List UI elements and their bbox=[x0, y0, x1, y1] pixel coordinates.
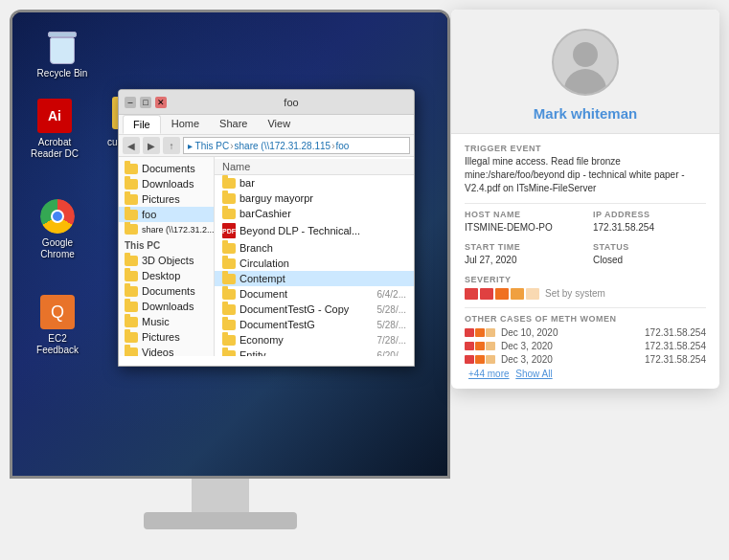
sidebar-item-videos[interactable]: Videos bbox=[119, 345, 214, 356]
file-explorer-body: Documents Downloads Pictures foo bbox=[119, 157, 414, 356]
folder-icon bbox=[125, 271, 138, 281]
address-bar[interactable]: ▸ This PC › share (\\172.31.28.115 › foo bbox=[183, 137, 410, 154]
ec2-label: EC2 Feedback bbox=[36, 333, 79, 356]
case-bar-o3 bbox=[475, 355, 485, 364]
file-item-branch[interactable]: Branch bbox=[215, 240, 414, 256]
file-name-barguy: barguy mayorpr bbox=[239, 192, 406, 204]
file-item-doctestg-copy[interactable]: DocumentTestG - Copy 5/28/... bbox=[215, 302, 414, 317]
avatar-wrap bbox=[554, 29, 617, 96]
folder-icon-branch bbox=[222, 243, 236, 254]
sidebar-item-foo[interactable]: foo bbox=[119, 207, 214, 222]
tab-view[interactable]: View bbox=[258, 115, 300, 134]
profile-card-body: TRIGGER EVENT Illegal mine access. Read … bbox=[451, 134, 719, 389]
status-col: STATUS Closed bbox=[593, 242, 706, 267]
file-item-circulation[interactable]: Circulation bbox=[215, 256, 414, 271]
file-item-bar[interactable]: bar bbox=[215, 175, 414, 190]
file-item-contempt[interactable]: Contempt bbox=[215, 271, 414, 286]
sidebar-item-3d-objects[interactable]: 3D Objects bbox=[119, 253, 214, 268]
sidebar-item-documents-pc[interactable]: Documents bbox=[119, 283, 214, 299]
minimize-button[interactable]: – bbox=[125, 97, 136, 108]
sev-bar-5 bbox=[526, 288, 539, 300]
case-sev-bars-3 bbox=[465, 355, 495, 364]
desktop-icon-acrobat[interactable]: Ai Acrobat Reader DC bbox=[24, 99, 85, 160]
ec2-icon: Q bbox=[40, 295, 75, 329]
folder-icon-doctestg-copy bbox=[222, 304, 236, 315]
folder-icon bbox=[125, 347, 138, 357]
file-name-doctestg-copy: DocumentTestG - Copy bbox=[239, 303, 373, 315]
file-item-document[interactable]: Document 6/4/2... bbox=[215, 286, 414, 302]
case-bar-o1 bbox=[475, 328, 485, 337]
up-button[interactable]: ↑ bbox=[163, 137, 180, 154]
severity-bars bbox=[465, 288, 539, 300]
sidebar-item-downloads[interactable]: Downloads bbox=[119, 176, 214, 191]
tab-home[interactable]: Home bbox=[162, 115, 209, 134]
chrome-icon bbox=[40, 199, 75, 234]
file-item-doctestg[interactable]: DocumentTestG 5/28/... bbox=[215, 317, 414, 332]
file-explorer-toolbar: ◀ ▶ ↑ ▸ This PC › share (\\172.31.28.115… bbox=[119, 135, 414, 157]
folder-icon bbox=[125, 302, 138, 312]
file-explorer-content: Name bar barguy mayorpr barCashier bbox=[215, 157, 414, 356]
case-ip-1: 172.31.58.254 bbox=[645, 327, 706, 338]
trigger-event-value: Illegal mine access. Read file bronze mi… bbox=[465, 155, 706, 195]
folder-icon-entity bbox=[222, 350, 236, 357]
sidebar-item-share[interactable]: share (\\172.31.2... bbox=[119, 222, 214, 236]
avatar-head bbox=[573, 42, 598, 67]
show-all-label: Show All bbox=[515, 369, 552, 379]
file-item-entity[interactable]: Entity 6/20/... bbox=[215, 347, 414, 356]
file-item-barguy[interactable]: barguy mayorpr bbox=[215, 190, 414, 206]
sidebar-item-pictures-pc[interactable]: Pictures bbox=[119, 329, 214, 345]
show-all-link[interactable]: +44 more Show All bbox=[465, 369, 706, 379]
titlebar-controls[interactable]: – □ ✕ bbox=[125, 97, 167, 108]
monitor-stand-neck bbox=[192, 479, 249, 517]
file-item-beyond-dlp[interactable]: PDF Beyond DLP - Technical... bbox=[215, 221, 414, 240]
case-ip-3: 172.31.58.254 bbox=[645, 354, 706, 365]
sidebar-item-music[interactable]: Music bbox=[119, 314, 214, 329]
folder-icon bbox=[125, 256, 138, 266]
sidebar-label-pictures: Pictures bbox=[142, 193, 180, 205]
trigger-event-section: TRIGGER EVENT Illegal mine access. Read … bbox=[465, 144, 706, 195]
file-explorer-title: foo bbox=[174, 97, 408, 108]
start-time-col: START TIME Jul 27, 2020 bbox=[465, 242, 578, 267]
file-date-doctestg-copy: 5/28/... bbox=[376, 304, 406, 315]
tab-share[interactable]: Share bbox=[210, 115, 257, 134]
folder-icon bbox=[125, 194, 138, 205]
back-button[interactable]: ◀ bbox=[123, 137, 140, 154]
file-name-economy: Economy bbox=[239, 334, 373, 346]
folder-icon-barcashier bbox=[222, 209, 236, 219]
sidebar-label-downloads-pc: Downloads bbox=[142, 301, 194, 312]
time-status-row: START TIME Jul 27, 2020 STATUS Closed bbox=[465, 242, 706, 267]
sidebar-item-desktop[interactable]: Desktop bbox=[119, 268, 214, 283]
sidebar-item-documents[interactable]: Documents bbox=[119, 161, 214, 176]
file-date-entity: 6/20/... bbox=[376, 350, 406, 357]
file-name-contempt: Contempt bbox=[239, 273, 406, 284]
forward-button[interactable]: ▶ bbox=[143, 137, 160, 154]
sidebar-item-pictures[interactable]: Pictures bbox=[119, 191, 214, 207]
folder-icon bbox=[125, 179, 138, 190]
monitor-stand-base bbox=[144, 512, 297, 529]
divider-2 bbox=[465, 307, 706, 308]
case-date-1: Dec 10, 2020 bbox=[501, 327, 639, 338]
case-date-2: Dec 3, 2020 bbox=[501, 341, 639, 351]
file-item-barcashier[interactable]: barCashier bbox=[215, 206, 414, 221]
desktop-icon-chrome[interactable]: Google Chrome bbox=[27, 199, 88, 260]
sidebar-item-downloads-pc[interactable]: Downloads bbox=[119, 299, 214, 314]
file-date-doctestg: 5/28/... bbox=[376, 320, 406, 330]
file-name-doctestg: DocumentTestG bbox=[239, 319, 373, 330]
file-item-economy[interactable]: Economy 7/28/... bbox=[215, 332, 414, 347]
severity-text: Set by system bbox=[545, 288, 605, 299]
desktop-icon-ec2[interactable]: Q EC2 Feedback bbox=[27, 295, 88, 356]
file-date-economy: 7/28/... bbox=[376, 335, 406, 346]
case-ip-2: 172.31.58.254 bbox=[645, 341, 706, 351]
file-explorer-sidebar: Documents Downloads Pictures foo bbox=[119, 157, 215, 356]
sidebar-label-desktop: Desktop bbox=[142, 270, 180, 281]
maximize-button[interactable]: □ bbox=[140, 97, 151, 108]
case-sev-bars-2 bbox=[465, 342, 495, 350]
ip-col: IP ADDRESS 172.31.58.254 bbox=[593, 210, 706, 235]
sidebar-label-pictures-pc: Pictures bbox=[142, 331, 180, 343]
sidebar-label-videos: Videos bbox=[142, 347, 173, 356]
close-button[interactable]: ✕ bbox=[155, 97, 167, 108]
folder-icon-economy bbox=[222, 335, 236, 346]
desktop-icon-recycle-bin[interactable]: Recycle Bin bbox=[32, 30, 93, 79]
tab-file[interactable]: File bbox=[123, 115, 161, 134]
col-name-label: Name bbox=[222, 161, 250, 172]
